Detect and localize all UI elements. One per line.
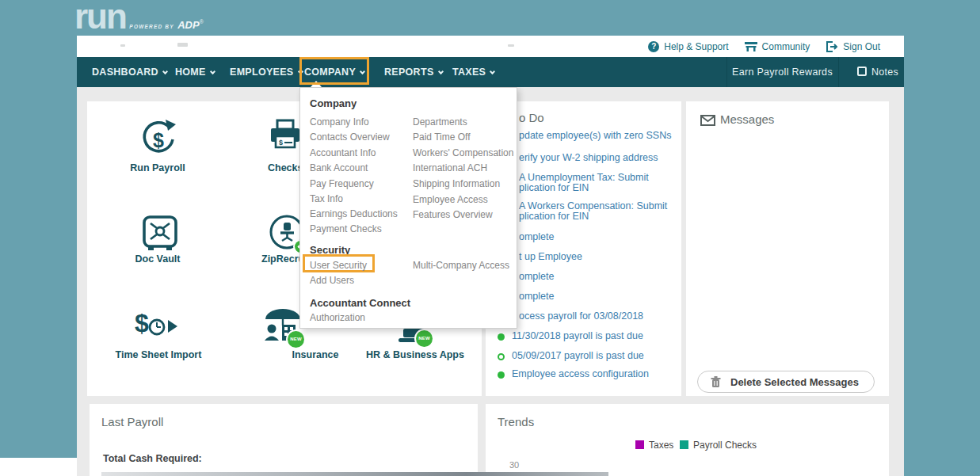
trends-y-tick: 30 xyxy=(509,460,519,470)
menu-item-shipping-information[interactable]: Shipping Information xyxy=(413,178,500,189)
redacted-text-smudge xyxy=(508,44,514,47)
help-icon: ? xyxy=(648,41,659,52)
todo-item-text: t up Employee xyxy=(519,252,582,262)
todo-item[interactable]: t up Employee xyxy=(519,252,582,262)
powered-by-text: POWERED BY xyxy=(129,24,174,29)
todo-title: o Do xyxy=(519,111,544,124)
menu-item-departments[interactable]: Departments xyxy=(413,116,467,128)
legend-swatch-payroll-checks xyxy=(680,440,688,449)
menu-item-contacts-overview[interactable]: Contacts Overview xyxy=(310,131,390,143)
menu-section-company: Company xyxy=(310,97,357,109)
todo-item[interactable]: A Unemployment Tax: Submitplication for … xyxy=(519,173,649,193)
doc-vault-label: Doc Vault xyxy=(118,253,197,265)
hr-apps-new-badge: NEW xyxy=(416,330,433,347)
checks-printer-icon: $ xyxy=(266,119,304,157)
messages-card: Messages Delete Selected Messages xyxy=(686,101,889,396)
run-logo: run POWERED BY ADP® xyxy=(74,0,204,36)
left-frame-band xyxy=(0,0,77,458)
menu-item-workers-compensation[interactable]: Workers' Compensation xyxy=(413,147,513,158)
registered-mark: ® xyxy=(200,19,204,25)
todo-item[interactable]: erify your W-2 shipping address xyxy=(519,153,658,163)
menu-item-payment-checks[interactable]: Payment Checks xyxy=(310,223,382,234)
legend-swatch-taxes xyxy=(635,440,644,449)
nav-reports-label: REPORTS xyxy=(384,67,434,78)
todo-item-text: pdate employee(s) with zero SSNs xyxy=(519,131,671,141)
todo-item-text: 11/30/2018 payroll is past due xyxy=(512,331,643,341)
messages-title: Messages xyxy=(720,112,774,126)
todo-item[interactable]: ocess payroll for 03/08/2018 xyxy=(519,311,643,322)
bottom-edge-strip xyxy=(101,472,608,476)
time-sheet-import-label: Time Sheet Import xyxy=(111,349,206,360)
notes-icon xyxy=(857,67,867,76)
insurance-label: Insurance xyxy=(276,349,355,360)
earn-payroll-rewards-link[interactable]: Earn Payroll Rewards xyxy=(726,67,838,78)
todo-bullet xyxy=(498,333,505,341)
menu-item-employee-access[interactable]: Employee Access xyxy=(413,194,488,205)
main-nav: DASHBOARD HOME EMPLOYEES COMPANY REPORTS… xyxy=(77,57,904,87)
total-cash-required-label: Total Cash Required: xyxy=(103,453,202,464)
menu-item-accountant-info[interactable]: Accountant Info xyxy=(310,147,376,158)
todo-item[interactable]: omplete xyxy=(519,232,554,242)
todo-item[interactable]: Employee access configuration xyxy=(512,369,649,379)
company-highlight-box: COMPANY xyxy=(299,57,369,85)
menu-item-paid-time-off[interactable]: Paid Time Off xyxy=(413,131,470,143)
todo-item[interactable]: pdate employee(s) with zero SSNs xyxy=(519,131,671,141)
svg-text:$: $ xyxy=(279,139,283,147)
todo-item[interactable]: 05/09/2017 payroll is past due xyxy=(512,351,644,361)
sign-out-link[interactable]: Sign Out xyxy=(826,41,880,52)
menu-item-earnings-deductions[interactable]: Earnings Deductions xyxy=(310,208,398,219)
run-payroll-label: Run Payroll xyxy=(118,162,197,173)
menu-item-authorization[interactable]: Authorization xyxy=(310,312,365,323)
menu-item-add-users[interactable]: Add Users xyxy=(310,275,354,286)
notes-label: Notes xyxy=(871,67,898,78)
nav-company[interactable]: COMPANY xyxy=(302,67,367,78)
redacted-text-smudge xyxy=(120,44,125,47)
delete-selected-messages-button[interactable]: Delete Selected Messages xyxy=(697,371,875,393)
menu-item-company-info[interactable]: Company Info xyxy=(310,116,369,128)
menu-item-international-ach[interactable]: International ACH xyxy=(413,162,487,173)
menu-section-accountant-connect: Accountant Connect xyxy=(310,297,410,309)
menu-item-pay-frequency[interactable]: Pay Frequency xyxy=(310,178,374,189)
last-payroll-title: Last Payroll xyxy=(101,415,163,428)
legend-label-payroll-checks: Payroll Checks xyxy=(693,440,757,451)
nav-employees-label: EMPLOYEES xyxy=(230,67,294,78)
nav-taxes[interactable]: TAXES xyxy=(452,67,494,78)
todo-item[interactable]: 11/30/2018 payroll is past due xyxy=(512,331,643,341)
community-link[interactable]: Community xyxy=(745,41,810,52)
chevron-down-icon xyxy=(210,69,215,74)
nav-taxes-label: TAXES xyxy=(452,67,486,78)
menu-item-bank-account[interactable]: Bank Account xyxy=(310,162,368,173)
nav-home-label: HOME xyxy=(175,67,206,78)
notes-link[interactable]: Notes xyxy=(871,67,898,78)
menu-item-features-overview[interactable]: Features Overview xyxy=(413,209,493,220)
svg-text:$: $ xyxy=(153,129,164,151)
help-support-link[interactable]: ? Help & Support xyxy=(648,41,728,52)
right-frame-band xyxy=(904,0,980,476)
community-icon xyxy=(745,41,757,51)
todo-item[interactable]: omplete xyxy=(519,291,554,302)
nav-reports[interactable]: REPORTS xyxy=(384,67,443,78)
menu-item-user-security[interactable]: User Security xyxy=(310,260,367,271)
svg-text:$: $ xyxy=(135,309,149,337)
time-sheet-import-icon: $ xyxy=(133,309,181,337)
app-window: run POWERED BY ADP® ? Help & Support Com… xyxy=(0,0,980,476)
nav-home[interactable]: HOME xyxy=(175,67,215,78)
todo-item[interactable]: omplete xyxy=(519,272,554,282)
nav-divider xyxy=(838,57,839,87)
todo-bullet xyxy=(498,371,505,379)
nav-employees[interactable]: EMPLOYEES xyxy=(230,67,303,78)
envelope-icon xyxy=(700,115,715,126)
menu-item-multi-company-access[interactable]: Multi-Company Access xyxy=(413,260,509,271)
delete-selected-messages-label: Delete Selected Messages xyxy=(730,376,859,388)
todo-item[interactable]: A Workers Compensation: Submitplication … xyxy=(519,201,667,222)
menu-item-tax-info[interactable]: Tax Info xyxy=(310,193,343,204)
todo-item-text: plication for EIN xyxy=(519,183,649,193)
nav-company-label: COMPANY xyxy=(304,67,356,78)
utility-bar: ? Help & Support Community Sign Out xyxy=(77,36,904,57)
community-label: Community xyxy=(762,41,810,52)
trends-title: Trends xyxy=(498,415,534,428)
todo-item-text: omplete xyxy=(519,232,554,242)
nav-dashboard[interactable]: DASHBOARD xyxy=(92,67,167,78)
help-support-label: Help & Support xyxy=(664,41,728,52)
adp-logo-text: ADP xyxy=(177,19,199,31)
